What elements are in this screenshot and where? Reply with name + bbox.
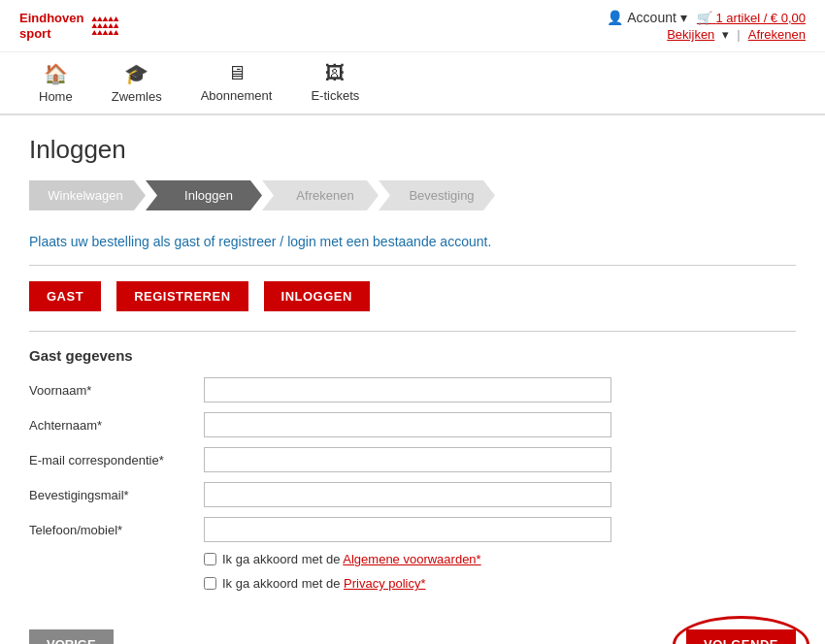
gast-button[interactable]: GAST	[29, 281, 101, 311]
guest-form: Voornaam* Achternaam* E-mail corresponde…	[29, 377, 796, 591]
step-inloggen-label: Inloggen	[184, 188, 233, 203]
nav-abonnement-label: Abonnement	[201, 88, 273, 103]
header-right: 👤 Account ▾ 🛒 1 artikel / € 0,00 Bekijke…	[607, 10, 806, 42]
etickets-icon: 🖼	[325, 62, 345, 84]
separator: |	[737, 27, 740, 42]
step-inloggen: Inloggen	[146, 180, 262, 210]
form-row-achternaam: Achternaam*	[29, 412, 796, 437]
input-email[interactable]	[204, 447, 611, 472]
inloggen-button[interactable]: INLOGGEN	[264, 281, 370, 311]
info-text: Plaats uw bestelling als gast of registr…	[29, 234, 796, 249]
volgende-wrapper: VOLGENDE	[686, 629, 796, 644]
label-telefoon: Telefoon/mobiel*	[29, 523, 204, 537]
chevron-down-icon-2: ▾	[722, 27, 729, 42]
label-achternaam: Achternaam*	[29, 418, 204, 433]
bottom-buttons: VORIGE VOLGENDE	[29, 620, 796, 644]
zigzag-line-2	[91, 23, 118, 28]
step-winkelwagen-label: Winkelwagen	[48, 188, 122, 203]
header-bottom-right: Bekijken ▾ | Afrekenen	[667, 27, 806, 42]
label-email: E-mail correspondentie*	[29, 453, 204, 467]
account-link[interactable]: 👤 Account ▾	[607, 10, 687, 25]
afrekenen-link[interactable]: Afrekenen	[748, 27, 806, 42]
header: Eindhoven sport 👤 Account ▾ 🛒 1 artikel …	[0, 0, 825, 52]
form-row-email: E-mail correspondentie*	[29, 447, 796, 472]
account-label: Account	[627, 10, 676, 25]
checkbox-row-privacy: Ik ga akkoord met de Privacy policy*	[204, 576, 796, 591]
page-title: Inloggen	[29, 135, 796, 165]
nav-abonnement[interactable]: 🖥 Abonnement	[182, 52, 292, 113]
input-achternaam[interactable]	[204, 412, 611, 437]
bekijken-link[interactable]: Bekijken	[667, 27, 714, 42]
section-title: Gast gegevens	[29, 347, 796, 364]
form-row-voornaam: Voornaam*	[29, 377, 796, 402]
logo-line2: sport	[19, 26, 83, 42]
logo-text: Eindhoven sport	[19, 11, 83, 41]
step-bevestiging-label: Bevestiging	[409, 188, 474, 203]
zwemles-icon: 🎓	[124, 62, 148, 85]
nav-home[interactable]: 🏠 Home	[19, 52, 92, 113]
input-voornaam[interactable]	[204, 377, 611, 402]
form-row-bevestiging: Bevestigingsmail*	[29, 482, 796, 507]
step-afrekenen-label: Afrekenen	[296, 188, 353, 203]
nav-home-label: Home	[39, 89, 73, 104]
cart-label: 1 artikel / € 0,00	[716, 11, 807, 25]
logo-zigzag	[91, 16, 118, 35]
home-icon: 🏠	[44, 62, 68, 85]
zigzag-line-1	[91, 16, 118, 21]
logo-line1: Eindhoven	[19, 11, 83, 26]
checkbox-voorwaarden[interactable]	[204, 553, 216, 565]
checkbox-row-voorwaarden: Ik ga akkoord met de Algemene voorwaarde…	[204, 552, 796, 566]
voorwaarden-link[interactable]: Algemene voorwaarden*	[343, 552, 480, 566]
main-content: Inloggen Winkelwagen Inloggen Afrekenen …	[0, 115, 825, 644]
cart-icon: 🛒	[697, 11, 712, 25]
abonnement-icon: 🖥	[227, 62, 247, 84]
chevron-down-icon: ▾	[680, 10, 687, 25]
step-bevestiging: Bevestiging	[379, 180, 495, 210]
checkbox-privacy-label: Ik ga akkoord met de Privacy policy*	[222, 576, 426, 591]
zigzag-line-3	[91, 30, 118, 35]
divider-mid	[29, 331, 796, 332]
step-afrekenen: Afrekenen	[262, 180, 379, 210]
input-bevestiging[interactable]	[204, 482, 611, 507]
input-telefoon[interactable]	[204, 517, 611, 542]
checkout-steps: Winkelwagen Inloggen Afrekenen Bevestigi…	[29, 180, 796, 210]
nav-etickets-label: E-tickets	[311, 88, 359, 103]
person-icon: 👤	[607, 10, 623, 25]
privacy-link[interactable]: Privacy policy*	[344, 576, 426, 591]
nav-zwemles[interactable]: 🎓 Zwemles	[92, 52, 182, 113]
registreren-button[interactable]: REGISTREREN	[116, 281, 248, 311]
volgende-button[interactable]: VOLGENDE	[686, 629, 796, 644]
step-winkelwagen: Winkelwagen	[29, 180, 146, 210]
logo-area: Eindhoven sport	[19, 11, 118, 41]
nav-etickets[interactable]: 🖼 E-tickets	[291, 52, 379, 113]
form-row-telefoon: Telefoon/mobiel*	[29, 517, 796, 542]
checkbox-voorwaarden-label: Ik ga akkoord met de Algemene voorwaarde…	[222, 552, 481, 566]
divider-top	[29, 265, 796, 266]
vorige-button[interactable]: VORIGE	[29, 629, 114, 644]
header-top-right: 👤 Account ▾ 🛒 1 artikel / € 0,00	[607, 10, 806, 25]
nav-zwemles-label: Zwemles	[112, 89, 162, 104]
checkbox-privacy[interactable]	[204, 577, 216, 590]
label-bevestiging: Bevestigingsmail*	[29, 488, 204, 502]
action-buttons: GAST REGISTREREN INLOGGEN	[29, 281, 796, 311]
cart-link[interactable]: 🛒 1 artikel / € 0,00	[697, 11, 806, 25]
label-voornaam: Voornaam*	[29, 383, 204, 398]
navigation: 🏠 Home 🎓 Zwemles 🖥 Abonnement 🖼 E-ticket…	[0, 52, 825, 115]
